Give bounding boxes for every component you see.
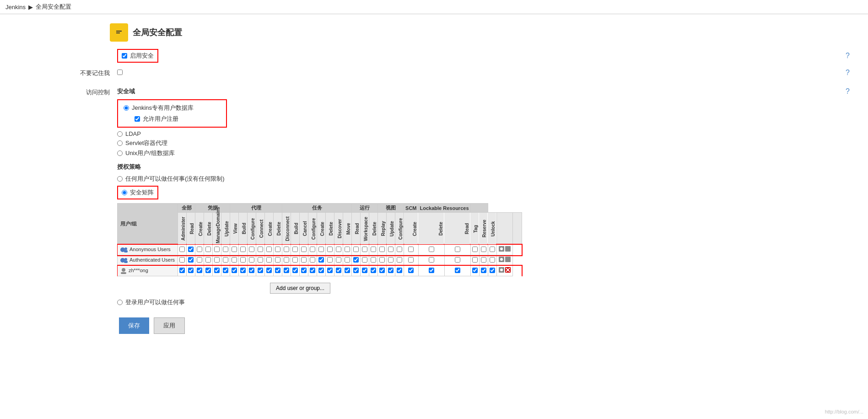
perm-cell-0-22[interactable] [369, 245, 378, 255]
perm-cell-2-12[interactable] [282, 266, 291, 276]
perm-checkbox-2-30[interactable] [481, 268, 486, 273]
perm-cell-2-10[interactable] [265, 266, 274, 276]
perm-cell-0-18[interactable] [334, 245, 343, 255]
perm-checkbox-0-15[interactable] [310, 247, 315, 252]
settings-icon-2[interactable] [498, 267, 505, 274]
perm-cell-2-8[interactable] [248, 266, 256, 276]
perm-checkbox-0-31[interactable] [490, 247, 495, 252]
perm-cell-0-9[interactable] [256, 245, 265, 255]
add-user-button[interactable]: Add user or group... [270, 283, 330, 294]
perm-checkbox-1-27[interactable] [429, 257, 434, 263]
perm-cell-2-23[interactable] [378, 266, 387, 276]
perm-cell-1-27[interactable] [418, 255, 444, 266]
perm-checkbox-0-7[interactable] [240, 247, 246, 252]
perm-cell-2-4[interactable] [213, 266, 221, 276]
apply-button[interactable]: 应用 [154, 317, 185, 334]
perm-checkbox-2-22[interactable] [371, 268, 376, 273]
perm-cell-1-17[interactable] [326, 255, 334, 266]
perm-cell-0-29[interactable] [470, 245, 479, 255]
perm-checkbox-1-21[interactable] [362, 257, 367, 263]
perm-cell-1-7[interactable] [239, 255, 248, 266]
save-button[interactable]: 保存 [119, 317, 149, 334]
perm-checkbox-2-10[interactable] [266, 268, 272, 273]
perm-cell-0-6[interactable] [230, 245, 239, 255]
perm-checkbox-1-22[interactable] [371, 257, 376, 263]
perm-cell-1-28[interactable] [444, 255, 470, 266]
perm-cell-1-9[interactable] [256, 255, 265, 266]
perm-checkbox-0-9[interactable] [258, 247, 263, 252]
perm-cell-1-12[interactable] [282, 255, 291, 266]
help-remember-me[interactable]: ? [846, 69, 850, 77]
perm-cell-2-19[interactable] [343, 266, 352, 276]
perm-checkbox-2-23[interactable] [379, 268, 385, 273]
perm-cell-2-22[interactable] [369, 266, 378, 276]
perm-cell-0-25[interactable] [395, 245, 404, 255]
perm-cell-0-12[interactable] [282, 245, 291, 255]
perm-cell-2-18[interactable] [334, 266, 343, 276]
perm-cell-2-5[interactable] [221, 266, 230, 276]
help-enable-security[interactable]: ? [846, 52, 850, 60]
perm-cell-2-7[interactable] [239, 266, 248, 276]
perm-checkbox-2-6[interactable] [232, 268, 237, 273]
perm-checkbox-1-24[interactable] [388, 257, 394, 263]
perm-cell-1-13[interactable] [291, 255, 300, 266]
perm-checkbox-0-17[interactable] [327, 247, 333, 252]
security-matrix-radio[interactable] [122, 190, 127, 195]
delete-icon-1[interactable] [505, 256, 511, 264]
perm-checkbox-0-25[interactable] [397, 247, 402, 252]
perm-checkbox-1-9[interactable] [258, 257, 263, 263]
perm-cell-1-25[interactable] [395, 255, 404, 266]
ldap-radio[interactable] [117, 131, 123, 137]
perm-checkbox-2-31[interactable] [490, 268, 495, 273]
perm-cell-0-11[interactable] [274, 245, 282, 255]
perm-cell-2-0[interactable] [178, 266, 187, 276]
perm-checkbox-1-19[interactable] [345, 257, 350, 263]
perm-checkbox-1-14[interactable] [301, 257, 307, 263]
perm-cell-0-24[interactable] [387, 245, 395, 255]
remember-me-checkbox[interactable] [117, 70, 123, 75]
perm-checkbox-1-1[interactable] [188, 257, 194, 263]
perm-checkbox-0-3[interactable] [205, 247, 211, 252]
perm-cell-0-7[interactable] [239, 245, 248, 255]
breadcrumb-root[interactable]: Jenkins [5, 4, 26, 11]
perm-checkbox-0-8[interactable] [249, 247, 254, 252]
perm-cell-1-0[interactable] [178, 255, 187, 266]
perm-cell-1-30[interactable] [479, 255, 488, 266]
perm-cell-1-3[interactable] [204, 255, 213, 266]
perm-checkbox-0-26[interactable] [408, 247, 414, 252]
perm-checkbox-0-1[interactable] [188, 247, 194, 252]
perm-checkbox-2-3[interactable] [205, 268, 211, 273]
perm-cell-0-23[interactable] [378, 245, 387, 255]
perm-cell-1-31[interactable] [488, 255, 496, 266]
perm-cell-2-13[interactable] [291, 266, 300, 276]
perm-cell-2-27[interactable] [418, 266, 444, 276]
perm-checkbox-1-8[interactable] [249, 257, 254, 263]
perm-cell-2-9[interactable] [256, 266, 265, 276]
perm-cell-1-8[interactable] [248, 255, 256, 266]
perm-cell-0-1[interactable] [187, 245, 195, 255]
help-access-control[interactable]: ? [846, 87, 850, 96]
perm-cell-1-16[interactable] [317, 255, 326, 266]
perm-checkbox-1-6[interactable] [232, 257, 237, 263]
perm-checkbox-1-5[interactable] [223, 257, 228, 263]
perm-cell-0-19[interactable] [343, 245, 352, 255]
perm-cell-1-21[interactable] [361, 255, 369, 266]
perm-checkbox-0-28[interactable] [455, 247, 460, 252]
perm-checkbox-2-5[interactable] [223, 268, 228, 273]
perm-checkbox-2-21[interactable] [362, 268, 367, 273]
perm-checkbox-2-8[interactable] [249, 268, 254, 273]
perm-checkbox-2-25[interactable] [397, 268, 402, 273]
perm-checkbox-2-1[interactable] [188, 268, 194, 273]
perm-cell-1-6[interactable] [230, 255, 239, 266]
perm-cell-2-15[interactable] [308, 266, 317, 276]
perm-checkbox-1-23[interactable] [379, 257, 385, 263]
perm-cell-1-10[interactable] [265, 255, 274, 266]
perm-checkbox-0-18[interactable] [336, 247, 341, 252]
row-actions-1[interactable] [496, 255, 512, 266]
perm-checkbox-2-27[interactable] [429, 268, 434, 273]
perm-checkbox-2-11[interactable] [275, 268, 280, 273]
perm-cell-1-23[interactable] [378, 255, 387, 266]
perm-cell-2-20[interactable] [352, 266, 361, 276]
perm-checkbox-1-18[interactable] [336, 257, 341, 263]
perm-cell-0-30[interactable] [479, 245, 488, 255]
